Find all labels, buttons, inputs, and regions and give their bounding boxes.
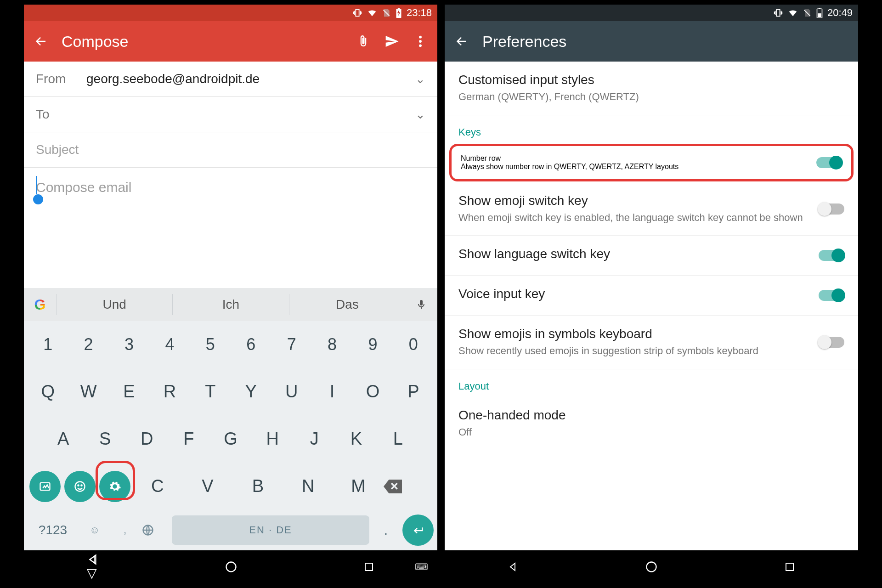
wifi-icon [788,8,798,18]
key-p[interactable]: P [393,373,434,411]
text-cursor-icon [36,176,37,194]
key-l[interactable]: L [377,420,419,458]
svg-point-6 [75,481,85,491]
settings-key-icon[interactable] [99,471,130,502]
key-2[interactable]: 2 [68,326,108,363]
suggestion-2[interactable]: Ich [172,294,288,315]
key-q[interactable]: Q [28,373,68,411]
key-8[interactable]: 8 [312,326,352,363]
nav-back-icon[interactable] [508,561,519,572]
pref-emoji-switch-key[interactable]: Show emoji switch key When emoji switch … [445,182,858,236]
emoji-key-icon[interactable] [64,471,96,502]
key-r[interactable]: R [149,373,190,411]
phone-left-gmail-compose: 23:18 Compose From georg.seebode@android… [24,5,437,583]
body-field[interactable]: Compose email [24,168,437,237]
emoji-small-key-icon[interactable]: ☺ [81,524,108,536]
back-icon[interactable] [454,34,469,49]
backspace-key-icon[interactable] [384,470,434,503]
key-1[interactable]: 1 [28,326,68,363]
key-6[interactable]: 6 [231,326,271,363]
appbar-compose: Compose [24,21,437,62]
svg-point-7 [78,485,79,486]
to-field[interactable]: To ⌄ [24,97,437,132]
toggle-emojis-symbols[interactable] [819,337,844,348]
key-9[interactable]: 9 [352,326,393,363]
comma-key[interactable]: , [111,524,139,536]
key-c[interactable]: C [132,467,182,505]
google-icon[interactable]: G [24,296,56,313]
pref-language-switch-key[interactable]: Show language switch key [445,236,858,276]
send-icon[interactable] [384,34,400,49]
subject-field[interactable]: Subject [24,132,437,168]
key-y[interactable]: Y [231,373,271,411]
overflow-icon[interactable] [413,34,428,49]
spacebar-key[interactable]: EN · DE [172,515,369,545]
key-3[interactable]: 3 [109,326,149,363]
key-b[interactable]: B [233,467,283,505]
body-placeholder: Compose email [36,180,131,195]
toggle-number-row[interactable] [816,157,842,168]
keyboard-switch-icon[interactable]: ⌨ [415,561,428,572]
status-time: 23:18 [407,7,432,19]
key-4[interactable]: 4 [149,326,190,363]
key-m[interactable]: M [333,467,383,505]
globe-key-icon[interactable] [141,524,169,537]
gif-key-icon[interactable] [29,471,61,502]
pref-customised-input-styles[interactable]: Customised input styles German (QWERTY),… [445,62,858,115]
key-g[interactable]: G [209,420,251,458]
key-i[interactable]: I [312,373,352,411]
key-t[interactable]: T [190,373,231,411]
svg-rect-1 [398,8,400,9]
svg-point-3 [419,40,422,43]
key-e[interactable]: E [109,373,149,411]
period-key[interactable]: . [372,522,400,538]
key-d[interactable]: D [126,420,168,458]
key-a[interactable]: A [42,420,84,458]
back-icon[interactable] [33,34,49,49]
chevron-down-icon[interactable]: ⌄ [415,72,425,86]
from-value: georg.seebode@androidpit.de [86,72,415,86]
nav-recent-icon[interactable] [784,561,795,572]
pref-voice-input-key[interactable]: Voice input key [445,276,858,316]
suggestion-3[interactable]: Das [289,294,405,315]
key-n[interactable]: N [283,467,333,505]
appbar-preferences: Preferences [445,21,858,62]
chevron-down-icon[interactable]: ⌄ [415,107,425,122]
from-field[interactable]: From georg.seebode@androidpit.de ⌄ [24,62,437,97]
svg-point-4 [419,44,422,47]
key-k[interactable]: K [335,420,377,458]
nav-home-icon[interactable] [225,560,237,573]
key-j[interactable]: J [294,420,335,458]
key-v[interactable]: V [182,467,232,505]
section-keys: Keys [445,115,858,143]
nav-home-icon[interactable] [645,560,658,573]
key-w[interactable]: W [68,373,108,411]
enter-key-icon[interactable] [402,514,434,546]
key-f[interactable]: F [168,420,209,458]
battery-charging-icon [396,8,402,18]
toggle-emoji-switch[interactable] [819,204,844,215]
nav-back-icon[interactable]: ▽ [87,554,99,581]
no-sim-icon [382,8,391,18]
gboard-keyboard: G Und Ich Das 1 2 3 4 5 6 7 8 9 0 Q W E … [24,288,437,550]
key-0[interactable]: 0 [393,326,434,363]
key-h[interactable]: H [252,420,294,458]
cursor-handle-icon[interactable] [33,194,43,204]
toggle-language-switch[interactable] [819,250,844,261]
attach-icon[interactable] [356,34,371,49]
key-7[interactable]: 7 [271,326,311,363]
nav-recent-icon[interactable] [363,561,374,572]
key-s[interactable]: S [84,420,126,458]
svg-rect-14 [818,13,821,17]
pref-emojis-symbols-keyboard[interactable]: Show emojis in symbols keyboard Show rec… [445,316,858,369]
toggle-voice-input[interactable] [819,290,844,301]
mic-icon[interactable] [405,298,437,311]
key-u[interactable]: U [271,373,311,411]
key-o[interactable]: O [352,373,393,411]
symbols-key[interactable]: ?123 [28,523,78,537]
suggestion-1[interactable]: Und [56,294,172,315]
svg-point-15 [646,562,656,572]
pref-number-row-highlighted[interactable]: Number row Always show number row in QWE… [449,144,854,181]
pref-one-handed-mode[interactable]: One-handed mode Off [445,397,858,450]
key-5[interactable]: 5 [190,326,231,363]
